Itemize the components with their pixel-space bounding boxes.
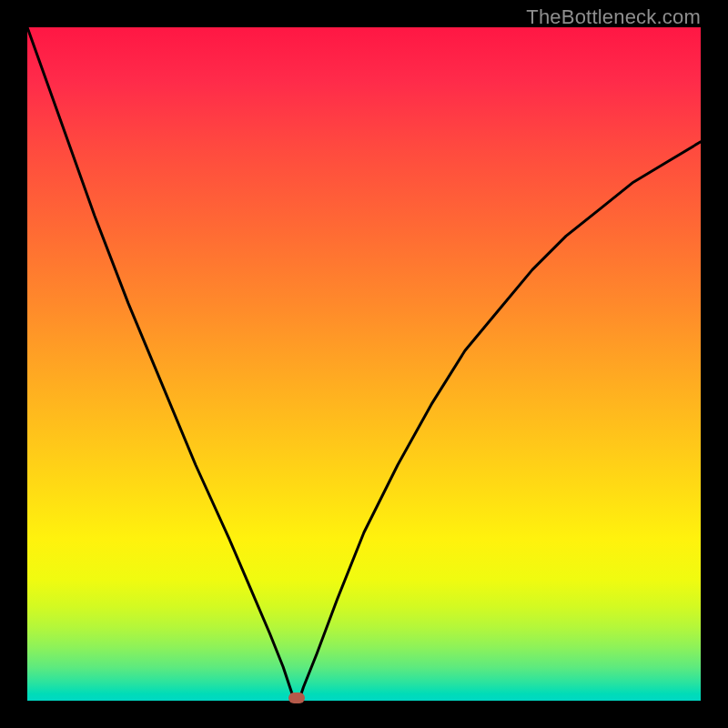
watermark-text: TheBottleneck.com	[526, 5, 701, 29]
minimum-marker	[288, 693, 305, 703]
plot-area	[27, 27, 701, 701]
curve-svg	[27, 27, 701, 701]
chart-frame: TheBottleneck.com	[0, 0, 728, 728]
bottleneck-curve-path	[27, 27, 701, 701]
